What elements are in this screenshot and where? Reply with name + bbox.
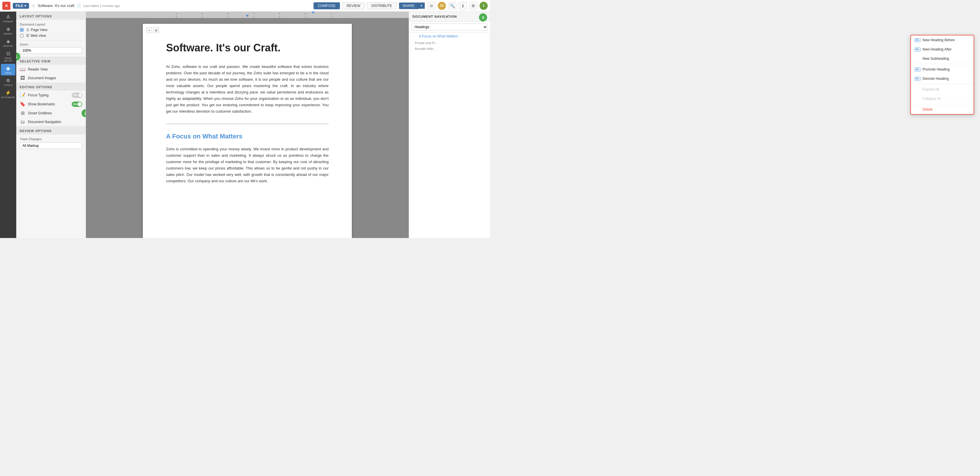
editing-options-section: EDITING OPTIONS 📝 Focus Typing OFF 🔖 Sho… <box>16 83 86 126</box>
zoom-row: 100% 75% 125% 150% <box>20 47 82 54</box>
design-icon: ◈ <box>6 38 10 44</box>
review-options-content: Track Changes: All Markup No Markup Orig… <box>16 134 86 152</box>
review-options-title: REVIEW OPTIONS <box>16 126 86 134</box>
nav-item-private[interactable]: Private and Pr... <box>409 40 490 46</box>
focus-typing-row[interactable]: 📝 Focus Typing OFF <box>16 91 86 100</box>
nav-item-1-label: A Focus on What Matters <box>419 34 458 38</box>
nav-badge-container: 3 ✕ <box>483 14 487 19</box>
search-icon[interactable]: 🔍 <box>448 2 456 10</box>
page-setup-icon: ⊡ <box>6 51 10 56</box>
page-view-radio[interactable] <box>20 28 24 32</box>
selective-view-title: SELECTIVE VIEW <box>16 57 86 65</box>
view-icon: ◉ <box>6 65 10 71</box>
show-bookmarks-toggle[interactable]: ON <box>72 102 82 107</box>
page-grid-icon[interactable]: ⊞ <box>153 27 159 33</box>
zoom-label: Zoom: <box>20 43 82 46</box>
saved-status: Last edited 2 minutes ago <box>83 4 120 8</box>
document-images-row[interactable]: 🖼 Document Images <box>16 74 86 83</box>
web-view-label: Web View <box>30 33 46 38</box>
focus-typing-label: Focus Typing <box>28 93 48 97</box>
reader-view-icon: 📖 <box>20 67 25 72</box>
doc-layout-label: Document Layout: <box>20 22 82 26</box>
focus-typing-icon: 📝 <box>20 92 25 98</box>
sidebar-item-format[interactable]: A FORMAT <box>1 13 15 24</box>
review-button[interactable]: REVIEW <box>342 2 364 9</box>
document-images-label: Document Images <box>28 76 56 80</box>
sidebar-item-design[interactable]: ◈ DESIGN <box>1 37 15 48</box>
document-navigation-label: Document Navigation <box>28 120 61 124</box>
page-view-row: 🗋 Page View <box>20 28 82 32</box>
sidebar-item-page-setup[interactable]: ⊡ PAGE SETUP <box>1 49 15 63</box>
file-label: FILE <box>16 4 23 8</box>
show-bookmarks-toggle-label: ON <box>73 103 77 106</box>
page-view-label: Page View <box>31 28 47 32</box>
sidebar-item-insert[interactable]: ⊕ INSERT <box>1 25 15 36</box>
user-avatar-2[interactable]: Z <box>480 2 488 10</box>
track-changes-select[interactable]: All Markup No Markup Original <box>20 143 82 149</box>
doc-saved-icon: 📄 <box>76 4 81 8</box>
automate-label: AUTOMATE <box>1 96 15 99</box>
file-menu-button[interactable]: FILE ▾ <box>13 3 29 9</box>
reader-view-label: Reader View <box>28 67 48 72</box>
nav-items-list: ⋮⋮ A Focus on What Matters Private and P… <box>409 32 490 238</box>
sidebar-item-automate[interactable]: ⚡ AUTOMATE <box>1 88 15 100</box>
options-panel: LAYOUT OPTIONS Document Layout: 🗋 Page V… <box>16 12 86 238</box>
view-label: VIEW <box>5 72 11 74</box>
smart-gridlines-row[interactable]: ⊞ Smart Gridlines 2 <box>16 108 86 118</box>
layout-options-content: Document Layout: 🗋 Page View ☰ Web View … <box>16 20 86 57</box>
user-avatar-1[interactable]: ZA <box>438 2 446 10</box>
focus-typing-toggle[interactable]: OFF <box>72 92 82 98</box>
show-bookmarks-label: Show Bookmarks <box>28 102 55 106</box>
settings-icon[interactable]: ⚙ <box>469 2 477 10</box>
step-3-badge: 3 <box>479 13 487 21</box>
show-bookmarks-knob <box>78 102 81 106</box>
share-dropdown-arrow[interactable]: ▾ <box>418 3 425 9</box>
show-bookmarks-row[interactable]: 🔖 Show Bookmarks ON <box>16 100 86 108</box>
nav-item-drag-icon: ⋮⋮ <box>411 35 417 38</box>
format-label: FORMAT <box>3 20 13 23</box>
distribute-button[interactable]: DISTRIBUTE <box>367 2 396 9</box>
icon-rail: A FORMAT ⊕ INSERT ◈ DESIGN ⊡ PAGE SETUP … <box>0 12 16 238</box>
document-images-icon: 🖼 <box>20 75 25 81</box>
layout-options-title: LAYOUT OPTIONS <box>16 12 86 20</box>
ruler-ticks: 1 2 3 4 5 6 7 <box>86 12 409 18</box>
document-main-title: Software. It's our Craft. <box>166 41 329 55</box>
sidebar-item-view[interactable]: ◉ VIEW <box>1 64 15 75</box>
web-view-radio[interactable] <box>20 33 24 38</box>
content-area: 1 2 3 4 5 6 7 + ⊞ <box>86 12 409 238</box>
zoom-select[interactable]: 100% 75% 125% 150% <box>20 47 82 54</box>
document-navigation-icon: 🗂 <box>20 119 25 124</box>
nav-item-breadth[interactable]: Breadth With... <box>409 46 490 52</box>
document-navigation-row[interactable]: 🗂 Document Navigation <box>16 118 86 126</box>
page-add-icon[interactable]: + <box>146 27 152 33</box>
document-paragraph-1: At Zoho, software is our craft and passi… <box>166 64 329 115</box>
info-icon[interactable]: ℹ <box>459 2 467 10</box>
nav-item-2-label: Private and Pr... <box>415 41 438 45</box>
sidebar-item-tools[interactable]: ⚙ TOOLS <box>1 76 15 88</box>
web-view-row: ☰ Web View <box>20 33 82 38</box>
web-view-icon: ☰ <box>26 33 29 38</box>
share-button[interactable]: SHARE <box>399 3 418 9</box>
document-divider <box>166 124 329 124</box>
document-paragraph-2: Zoho is committed to spending your money… <box>166 146 329 185</box>
nav-item-focus[interactable]: ⋮⋮ A Focus on What Matters <box>409 32 490 40</box>
editing-options-title: EDITING OPTIONS <box>16 83 86 91</box>
nav-filter-row: Headings Bookmarks Comments <box>409 22 490 32</box>
nav-filter-select[interactable]: Headings Bookmarks Comments <box>411 24 488 30</box>
document-scroll[interactable]: + ⊞ Software. It's our Craft. At Zoho, s… <box>86 18 409 238</box>
step-2-badge: 2 <box>81 109 86 117</box>
show-bookmarks-icon: 🔖 <box>20 101 25 107</box>
smart-gridlines-icon: ⊞ <box>20 110 25 116</box>
favorite-star-icon[interactable]: ☆ <box>31 3 35 8</box>
present-icon[interactable]: ⊟ <box>427 2 436 10</box>
format-icon: A <box>7 14 10 20</box>
compose-button[interactable]: COMPOSE <box>313 2 340 9</box>
review-options-section: REVIEW OPTIONS Track Changes: All Markup… <box>16 126 86 152</box>
page-view-icon: 🗋 <box>26 28 30 32</box>
reader-view-row[interactable]: 📖 Reader View <box>16 65 86 74</box>
tools-icon: ⚙ <box>6 78 10 83</box>
document-page: + ⊞ Software. It's our Craft. At Zoho, s… <box>143 24 352 238</box>
close-button[interactable]: ✕ <box>2 2 10 10</box>
ruler: 1 2 3 4 5 6 7 <box>86 12 409 18</box>
track-changes-label: Track Changes: <box>20 137 82 141</box>
